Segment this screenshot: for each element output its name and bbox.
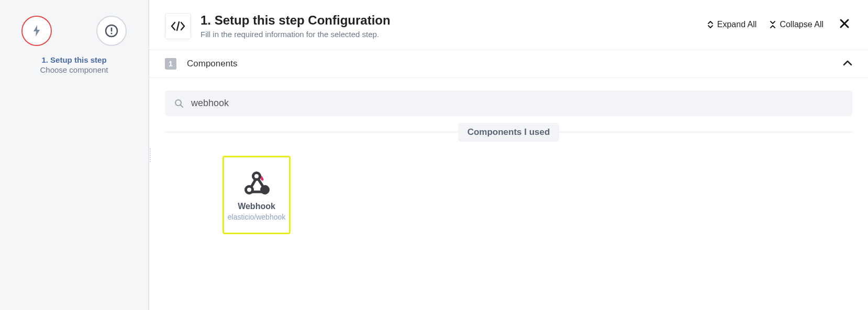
divider-line-right	[509, 132, 853, 132]
code-icon	[170, 21, 186, 31]
main-header: 1. Setup this step Configuration Fill in…	[149, 0, 868, 50]
component-card-subtitle: elasticio/webhook	[228, 213, 286, 221]
collapse-all-label: Collapse All	[780, 20, 824, 29]
search-icon	[174, 99, 184, 108]
sidebar: 1. Setup this step Choose component	[0, 0, 149, 310]
divider-line-left	[165, 132, 509, 132]
search-input[interactable]	[191, 98, 843, 109]
header-icon	[165, 13, 191, 39]
step-nodes	[21, 16, 127, 46]
section-title: Components	[187, 59, 237, 69]
step-node-setup[interactable]	[21, 16, 52, 46]
search-box[interactable]	[165, 90, 852, 116]
chevron-up-icon	[843, 60, 852, 66]
component-card-webhook[interactable]: Webhook elasticio/webhook	[222, 156, 291, 234]
page-subtitle: Fill in the required information for the…	[201, 30, 391, 39]
step-node-next[interactable]	[96, 16, 127, 46]
svg-point-2	[111, 33, 113, 35]
close-button[interactable]	[837, 18, 852, 31]
results-grid: Webhook elasticio/webhook	[149, 143, 868, 234]
sidebar-labels: 1. Setup this step Choose component	[40, 55, 108, 74]
alert-icon	[105, 24, 118, 38]
svg-rect-1	[111, 28, 113, 32]
section-header-components[interactable]: 1 Components	[149, 50, 868, 78]
page-title: 1. Setup this step Configuration	[201, 13, 391, 28]
svg-point-4	[253, 173, 260, 180]
expand-all-button[interactable]: Expand All	[707, 20, 757, 29]
divider-label: Components I used	[458, 123, 560, 142]
search-area	[149, 78, 868, 124]
expand-all-label: Expand All	[717, 20, 757, 29]
expand-icon	[707, 20, 714, 29]
divider-row: Components I used	[165, 132, 852, 132]
lightning-icon	[31, 24, 42, 38]
collapse-icon	[770, 20, 776, 29]
header-text-block: 1. Setup this step Configuration Fill in…	[201, 13, 391, 39]
main-panel: 1. Setup this step Configuration Fill in…	[149, 0, 868, 310]
sidebar-step-sub: Choose component	[40, 65, 108, 74]
collapse-all-button[interactable]: Collapse All	[770, 20, 824, 29]
sidebar-step-title: 1. Setup this step	[40, 55, 108, 64]
webhook-icon	[241, 169, 272, 198]
header-actions: Expand All Collapse All	[707, 13, 852, 31]
section-collapse-button[interactable]	[843, 59, 852, 68]
close-icon	[839, 18, 850, 29]
component-card-title: Webhook	[238, 202, 275, 211]
resize-handle[interactable]	[150, 148, 151, 162]
section-badge: 1	[165, 58, 176, 70]
